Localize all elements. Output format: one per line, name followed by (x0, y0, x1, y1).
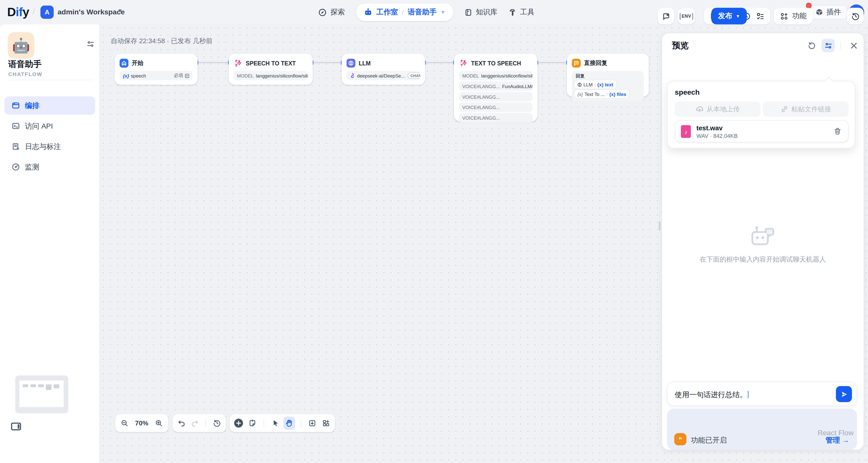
workspace-name[interactable]: admin's Workspace (58, 8, 125, 16)
variable-icon: {x} (123, 73, 129, 78)
upload-cloud-icon (696, 105, 704, 113)
upload-local-label: 从本地上传 (707, 105, 740, 114)
row-key: VOICE#LANGG... (462, 94, 500, 99)
tts-row: VOICE#LANGG... (459, 92, 533, 101)
nav-knowledge[interactable]: 知识库 (464, 7, 498, 17)
add-note-tool-icon[interactable] (247, 416, 258, 430)
sidebar-item-orchestrate[interactable]: 编排 (4, 96, 95, 115)
minimap-node (54, 384, 59, 388)
features-icon (780, 12, 788, 20)
zoom-control: 70% (115, 414, 168, 432)
edge-stt-llm (313, 62, 342, 63)
source-name: LLM (583, 82, 592, 87)
sidebar-item-label: 编排 (25, 100, 39, 110)
pointer-icon[interactable] (270, 416, 281, 430)
model-key: MODEL (237, 73, 254, 78)
sidebar-item-logs[interactable]: 日志与标注 (4, 137, 95, 155)
undo-icon[interactable] (176, 416, 187, 430)
zoom-level[interactable]: 70% (135, 419, 148, 427)
reply-icon (572, 59, 581, 68)
minimap-node (46, 384, 52, 390)
add-node-icon[interactable] (233, 416, 245, 430)
hand-tool-icon[interactable] (283, 416, 295, 430)
hammer-icon (508, 8, 516, 17)
redo-icon[interactable] (189, 416, 200, 430)
upload-local-button[interactable]: 从本地上传 (675, 101, 761, 117)
features-on-label: 功能已开启 (691, 435, 727, 445)
env-icon: ENV (680, 12, 693, 20)
nav-explore-label: 探索 (331, 7, 345, 17)
compass-icon (318, 8, 327, 17)
autosave-status: 自动保存 22:34:58 · 已发布 几秒前 (111, 37, 213, 46)
tts-row: VOICE#LANGG...FunAudioLLM/C... (459, 82, 533, 91)
llm-icon (346, 59, 355, 68)
dify-logo[interactable]: Dify (7, 5, 29, 20)
publish-button[interactable]: 发布 ▼ (711, 8, 747, 25)
logo-d: D (7, 5, 16, 19)
features-button[interactable]: 功能 (774, 8, 813, 25)
export-image-icon[interactable] (307, 416, 318, 430)
env-button[interactable]: ENV (678, 8, 695, 25)
collapse-sidebar-icon[interactable] (11, 423, 21, 430)
plugins-button[interactable]: 插件 (809, 5, 847, 20)
nav-explore[interactable]: 探索 (318, 7, 345, 17)
manage-label: 管理 (826, 436, 840, 444)
logo-if: if (16, 5, 23, 19)
sidebar-item-monitor[interactable]: 监测 (4, 158, 95, 176)
panel-title: 预览 (672, 40, 689, 51)
nav-knowledge-label: 知识库 (476, 7, 498, 17)
zoom-out-icon[interactable] (118, 416, 130, 430)
chevron-down-icon[interactable]: ▼ (117, 8, 123, 14)
node-speech-to-text[interactable]: SPEECH TO TEXT MODEL langgenius/siliconf… (228, 54, 313, 85)
tts-row: MODELlanggenius/siliconflow/sili... (459, 71, 533, 80)
terminal-icon (11, 122, 20, 130)
app-window: Dify / A admin's Workspace ▼ 探索 工作室 / 语音… (0, 0, 868, 463)
model-value: deepseek-ai/DeepSe... (357, 73, 405, 78)
uploaded-file-card[interactable]: ♪ test.wav WAV · 842.04KB (675, 120, 848, 142)
node-title: LLM (359, 60, 371, 66)
audio-file-icon: ♪ (681, 125, 691, 138)
slash: / (594, 82, 595, 87)
version-history-button[interactable] (847, 8, 864, 25)
paste-link-button[interactable]: 粘贴文件链接 (763, 101, 848, 117)
answer-section-label: 回复 (576, 73, 641, 79)
divider (8, 80, 92, 80)
zoom-in-icon[interactable] (153, 416, 165, 430)
row-key: MODEL (462, 73, 479, 78)
close-icon[interactable] (847, 39, 861, 52)
restart-icon[interactable] (805, 39, 818, 52)
change-history-icon[interactable] (212, 416, 222, 430)
nav-tools-label: 工具 (520, 7, 534, 17)
sliders-icon[interactable] (86, 40, 95, 48)
send-button[interactable] (836, 386, 852, 402)
node-answer[interactable]: 直接回复 回复 LLM / {x} text {x} Text To ... /… (567, 54, 649, 97)
add-note-button[interactable] (657, 8, 674, 25)
gauge-icon (11, 163, 20, 171)
answer-variable-row: {x} Text To ... / {x} files (575, 90, 629, 98)
stt-model-row: MODEL langgenius/siliconflow/sili... (234, 71, 308, 80)
input-settings-icon[interactable] (822, 39, 835, 52)
node-text-to-speech[interactable]: TEXT TO SPEECH MODELlanggenius/siliconfl… (454, 54, 537, 121)
panel-resize-grip[interactable] (659, 222, 660, 231)
variable-ref: {x} text (597, 82, 613, 87)
file-name: test.wav (696, 124, 723, 132)
trash-icon[interactable] (834, 127, 841, 135)
user-input-popover: speech 从本地上传 粘贴文件链接 ♪ test.wav WAV · 842… (667, 81, 856, 148)
node-llm[interactable]: LLM deepseek-ai/DeepSe... CHAT (342, 54, 425, 85)
history-control (173, 414, 226, 432)
minimap[interactable] (16, 375, 68, 412)
checklist-icon[interactable] (756, 12, 765, 20)
quote-icon: “ (674, 433, 686, 445)
notification-dot (806, 3, 811, 8)
chat-input[interactable]: 使用一句话进行总结。 (667, 382, 857, 406)
sidebar-item-api[interactable]: 访问 API (4, 117, 95, 135)
nav-tools[interactable]: 工具 (508, 7, 534, 17)
nav-studio-pill[interactable]: 工作室 / 语音助手 ▼ (356, 3, 453, 21)
workspace-avatar[interactable]: A (40, 5, 54, 19)
organize-blocks-icon[interactable] (320, 416, 332, 430)
slash: / (606, 91, 608, 97)
node-title: SPEECH TO TEXT (246, 60, 296, 66)
row-key: VOICE#LANGG... (462, 115, 500, 120)
app-icon[interactable]: 🤖 (8, 32, 34, 59)
node-start[interactable]: 开始 {x} speech 必填 (115, 54, 197, 85)
